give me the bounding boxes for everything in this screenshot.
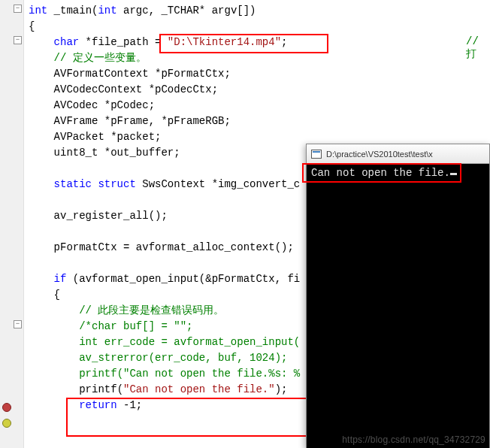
keyword: if — [54, 273, 67, 285]
editor-gutter: − − − — [0, 0, 24, 448]
console-window[interactable]: D:\practice\VS2010test\test\x Can not op… — [306, 144, 490, 448]
code-text: printf( — [79, 383, 123, 395]
breakpoint-marker[interactable] — [2, 403, 11, 412]
console-output: Can not open the file. — [307, 164, 489, 182]
fold-toggle[interactable]: − — [14, 320, 22, 328]
string-literal: "Can not open the file." — [123, 383, 275, 395]
comment: printf("Can not open the file.%s: % — [79, 368, 300, 380]
keyword: int — [29, 5, 47, 17]
keyword: int — [98, 5, 116, 17]
code-text: ); — [275, 383, 288, 395]
code-text: { — [29, 20, 35, 32]
code-text: -1; — [117, 399, 143, 411]
keyword: static struct — [54, 178, 136, 190]
comment: av_strerror(err_code, buf, 1024); — [79, 352, 287, 364]
code-text: pFormatCtx = avformat_alloc_context(); — [54, 241, 294, 253]
code-text: AVFormatContext *pFormatCtx; — [54, 68, 231, 80]
code-text: SwsContext *img_convert_c — [136, 178, 300, 190]
breakpoint-marker[interactable] — [2, 419, 11, 428]
comment: // 定义一些变量。 — [54, 52, 147, 64]
code-text: *file_path = — [79, 36, 168, 48]
comment: int err_code = avformat_open_input( — [79, 336, 300, 348]
code-text: AVFrame *pFrame, *pFrameRGB; — [54, 115, 231, 127]
fold-toggle[interactable]: − — [14, 5, 22, 13]
comment: // 此段主要是检查错误码用。 — [79, 304, 224, 316]
code-text: AVCodecContext *pCodecCtx; — [54, 83, 218, 95]
console-title: D:\practice\VS2010test\test\x — [326, 150, 433, 159]
code-text: _tmain( — [47, 5, 98, 17]
code-text: AVCodec *pCodec; — [54, 99, 155, 111]
console-icon — [311, 150, 322, 159]
code-text: argc, _TCHAR* argv[]) — [117, 5, 256, 17]
code-text: { — [54, 289, 60, 301]
watermark: https://blog.csdn.net/qq_34732729 — [342, 434, 485, 445]
string-literal: "D:\Tkinter14.mp4" — [168, 36, 281, 48]
keyword: char — [54, 36, 80, 48]
cursor — [450, 173, 457, 175]
code-text: uint8_t *out_buffer; — [54, 147, 180, 159]
code-text: (avformat_open_input(&pFormatCtx, fi — [66, 273, 300, 285]
code-text: ; — [281, 36, 287, 48]
code-text: av_register_all(); — [54, 210, 168, 222]
keyword: return — [79, 399, 116, 411]
console-titlebar[interactable]: D:\practice\VS2010test\test\x — [307, 144, 489, 164]
code-text: AVPacket *packet; — [54, 131, 162, 143]
fold-toggle[interactable]: − — [14, 36, 22, 44]
comment: /*char buf[] = ""; — [79, 320, 192, 332]
comment: // 打 — [466, 35, 490, 61]
